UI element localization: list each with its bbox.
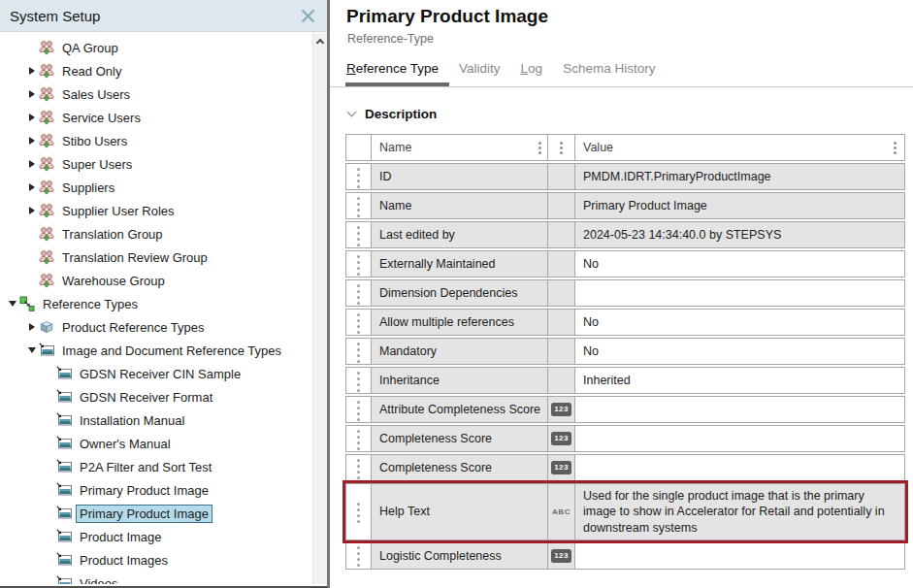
property-value-cell[interactable] <box>575 455 904 480</box>
row-drag-handle[interactable] <box>346 222 372 247</box>
group-icon <box>39 226 55 242</box>
tree-item[interactable]: Supplier User Roles <box>0 199 312 222</box>
property-value-cell[interactable]: No <box>575 251 904 277</box>
tab-log[interactable]: Log <box>521 61 543 76</box>
image-icon <box>56 412 73 428</box>
property-value-cell[interactable]: Inherited <box>575 368 904 393</box>
tree-item[interactable]: QA Group <box>0 36 312 59</box>
property-value-cell: 2024-05-23 14:34:40.0 by STEPSYS <box>575 222 904 247</box>
column-menu-icon[interactable] <box>894 147 897 149</box>
column-menu-icon[interactable] <box>538 147 541 149</box>
tree-collapsed-arrow-icon[interactable] <box>25 320 39 334</box>
tree-collapsed-arrow-icon[interactable] <box>25 64 39 78</box>
table-row: Attribute Completeness Score123 <box>345 396 905 423</box>
table-row: Allow multiple referencesNo <box>345 309 905 336</box>
property-name-cell: Completeness Score <box>372 455 548 480</box>
tree-collapsed-arrow-icon[interactable] <box>25 111 39 124</box>
application-window: System Setup QA GroupRead OnlySales User… <box>0 0 913 588</box>
column-header-name[interactable]: Name <box>372 135 548 160</box>
tree-item-label: Product Reference Types <box>59 319 207 336</box>
column-menu-icon[interactable] <box>560 147 563 149</box>
tree-item[interactable]: Sales Users <box>0 82 312 106</box>
row-drag-handle[interactable] <box>346 280 372 306</box>
row-drag-handle[interactable] <box>346 426 372 451</box>
tree-item[interactable]: Suppliers <box>0 176 312 199</box>
tree-item[interactable]: Translation Review Group <box>0 245 312 269</box>
table-row: Completeness Score123 <box>345 425 905 452</box>
tree-expanded-arrow-icon[interactable] <box>25 343 39 357</box>
row-drag-handle[interactable] <box>346 193 372 218</box>
row-drag-handle[interactable] <box>346 164 372 189</box>
tree-item[interactable]: Super Users <box>0 152 312 176</box>
tree-expanded-arrow-icon[interactable] <box>6 297 19 310</box>
close-button[interactable] <box>298 6 317 25</box>
tree-item[interactable]: Product Reference Types <box>0 315 312 339</box>
tree-item[interactable]: Installation Manual <box>0 408 312 432</box>
tree-item-label: Primary Product Image <box>77 482 212 499</box>
property-value-cell[interactable]: No <box>575 339 904 364</box>
tree-collapsed-arrow-icon[interactable] <box>25 157 39 171</box>
property-name-cell: Dimension Dependencies <box>372 280 548 306</box>
table-row: NamePrimary Product Image <box>345 192 905 219</box>
property-value-cell[interactable]: No <box>575 310 904 335</box>
header-handle-cell <box>346 135 372 160</box>
property-value-cell[interactable] <box>575 397 904 422</box>
property-type-cell <box>548 368 575 393</box>
tree-item-label: Reference Types <box>40 296 141 312</box>
tree-item[interactable]: Image and Document Reference Types <box>0 339 312 362</box>
property-value-cell[interactable] <box>575 426 904 451</box>
property-type-cell: 123 <box>548 397 575 422</box>
row-drag-handle[interactable] <box>346 397 372 422</box>
table-row: Externally MaintainedNo <box>345 250 905 278</box>
property-value-cell[interactable] <box>575 543 904 569</box>
reference-icon <box>19 296 36 311</box>
tree-collapsed-arrow-icon[interactable] <box>25 204 39 217</box>
group-icon <box>39 110 55 125</box>
property-value-cell[interactable] <box>575 280 904 306</box>
tree-item[interactable]: GDSN Receiver Format <box>0 385 312 408</box>
group-icon <box>39 63 55 79</box>
row-drag-handle[interactable] <box>346 339 372 364</box>
column-header-value[interactable]: Value <box>575 135 904 160</box>
tree-item-label: GDSN Receiver Format <box>77 389 215 406</box>
tree-scrollbar[interactable] <box>312 33 327 584</box>
tab-validity[interactable]: Validity <box>459 61 501 76</box>
table-row: Dimension Dependencies <box>345 279 905 307</box>
tree-item[interactable]: Read Only <box>0 59 312 82</box>
image-icon <box>56 366 73 381</box>
row-drag-handle[interactable] <box>346 455 372 480</box>
tree-item[interactable]: Primary Product Image <box>0 478 312 502</box>
cube-icon <box>39 319 55 335</box>
tree-item[interactable]: Translation Group <box>0 222 312 245</box>
row-drag-handle[interactable] <box>346 543 372 569</box>
tab-reference-type[interactable]: Reference Type <box>346 61 439 76</box>
row-drag-handle[interactable] <box>346 368 372 393</box>
tree-item[interactable]: Service Users <box>0 106 312 129</box>
page-title: Primary Product Image <box>346 6 548 27</box>
drag-dots-icon <box>357 465 360 468</box>
tree-item[interactable]: Videos <box>0 572 312 584</box>
tree-item[interactable]: GDSN Receiver CIN Sample <box>0 362 312 385</box>
tab-schema-history[interactable]: Schema History <box>563 61 655 76</box>
tree-item[interactable]: Product Image <box>0 525 312 548</box>
tree-item[interactable]: Owner's Manual <box>0 432 312 455</box>
row-drag-handle[interactable] <box>346 251 372 277</box>
tree-item[interactable]: Product Images <box>0 548 312 572</box>
collapse-chevron-icon[interactable] <box>347 108 357 117</box>
row-drag-handle[interactable] <box>346 484 372 539</box>
tree-collapsed-arrow-icon[interactable] <box>25 180 39 194</box>
drag-dots-icon <box>357 290 360 293</box>
tree-item[interactable]: Stibo Users <box>0 129 312 152</box>
tree-collapsed-arrow-icon[interactable] <box>25 134 39 147</box>
tree-item[interactable]: Primary Product Image <box>0 502 312 525</box>
description-section-header[interactable]: Description <box>348 107 437 121</box>
tree-item[interactable]: P2A Filter and Sort Test <box>0 455 312 478</box>
scroll-up-icon[interactable] <box>316 39 324 47</box>
tree-item[interactable]: Reference Types <box>0 292 312 315</box>
drag-dots-icon <box>357 203 360 206</box>
table-header-row: Name Value <box>345 134 905 161</box>
tree-collapsed-arrow-icon[interactable] <box>25 87 39 101</box>
column-header-type[interactable] <box>548 135 575 160</box>
tree-item[interactable]: Warehouse Group <box>0 269 312 292</box>
row-drag-handle[interactable] <box>346 310 372 335</box>
